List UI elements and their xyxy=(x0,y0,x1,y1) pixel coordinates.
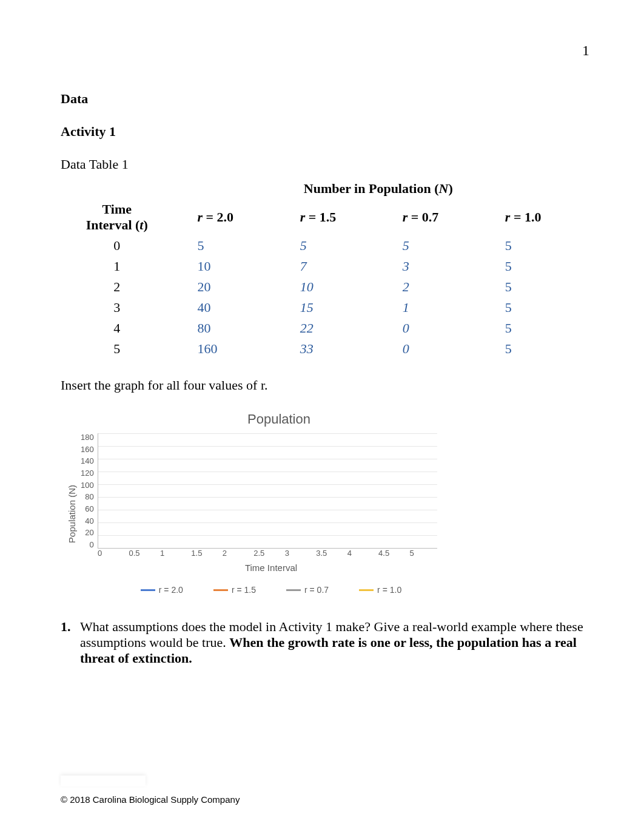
y-tick: 180 xyxy=(81,433,94,441)
cell-r15: 10 xyxy=(276,277,378,297)
cell-r07: 1 xyxy=(378,297,481,318)
heading-data: Data xyxy=(61,91,583,107)
legend-item: r = 0.7 xyxy=(286,585,329,595)
x-tick: 1.5 xyxy=(191,549,222,558)
y-tick: 120 xyxy=(81,469,94,477)
col-header-r10: r = 1.0 xyxy=(481,199,583,235)
chart-title: Population xyxy=(97,411,461,427)
chart: Population Population (N) 180 160 140 12… xyxy=(67,411,583,595)
cell-r15: 7 xyxy=(276,256,378,277)
time-header-l1: Time xyxy=(65,201,169,217)
x-tick: 2 xyxy=(223,549,253,558)
footer-copyright: © 2018 Carolina Biological Supply Compan… xyxy=(61,794,240,805)
x-tick: 2.5 xyxy=(253,549,284,558)
cell-r20: 10 xyxy=(173,256,276,277)
chart-legend: r = 2.0 r = 1.5 r = 0.7 r = 1.0 xyxy=(101,585,441,595)
cell-r10: 5 xyxy=(481,256,583,277)
question-number: 1. xyxy=(61,619,74,666)
x-tick: 3.5 xyxy=(316,549,347,558)
table-row: 5 160 33 0 5 xyxy=(61,339,583,359)
time-header: Time Interval (t) xyxy=(61,199,173,235)
cell-r20: 20 xyxy=(173,277,276,297)
page-number: 1 xyxy=(582,42,589,59)
cell-r20: 160 xyxy=(173,339,276,359)
question-body: What assumptions does the model in Activ… xyxy=(80,619,583,666)
cell-r15: 15 xyxy=(276,297,378,318)
data-table: Number in Population (N) Time Interval (… xyxy=(61,178,583,359)
y-tick: 60 xyxy=(81,505,94,513)
x-tick: 4.5 xyxy=(378,549,409,558)
y-tick: 100 xyxy=(81,481,94,489)
x-tick: 4 xyxy=(347,549,378,558)
cell-r10: 5 xyxy=(481,277,583,297)
table-row: 0 5 5 5 5 xyxy=(61,235,583,256)
cell-r20: 80 xyxy=(173,318,276,339)
cell-r07: 2 xyxy=(378,277,481,297)
chart-y-ticks: 180 160 140 120 100 80 60 40 20 0 xyxy=(81,433,98,549)
plot-box xyxy=(98,433,437,549)
cell-r10: 5 xyxy=(481,235,583,256)
x-tick: 3 xyxy=(285,549,316,558)
table-row: 2 20 10 2 5 xyxy=(61,277,583,297)
cell-time: 4 xyxy=(61,318,173,339)
cell-r15: 33 xyxy=(276,339,378,359)
cell-r10: 5 xyxy=(481,339,583,359)
table-super-header: Number in Population (N) xyxy=(173,178,583,199)
legend-swatch xyxy=(359,589,374,591)
y-tick: 160 xyxy=(81,445,94,453)
col-header-r15: r = 1.5 xyxy=(276,199,378,235)
x-tick: 1 xyxy=(160,549,191,558)
heading-activity: Activity 1 xyxy=(61,124,583,140)
chart-ylabel: Population (N) xyxy=(67,485,77,543)
cell-time: 2 xyxy=(61,277,173,297)
y-tick: 140 xyxy=(81,457,94,465)
time-header-l2: Interval (t) xyxy=(65,217,169,233)
table-row: 4 80 22 0 5 xyxy=(61,318,583,339)
cell-time: 3 xyxy=(61,297,173,318)
cell-r10: 5 xyxy=(481,297,583,318)
legend-item: r = 1.0 xyxy=(359,585,401,595)
legend-label: r = 0.7 xyxy=(304,585,329,595)
cell-time: 5 xyxy=(61,339,173,359)
cell-r20: 5 xyxy=(173,235,276,256)
y-tick: 20 xyxy=(81,529,94,536)
y-tick: 40 xyxy=(81,517,94,525)
instruction-text: Insert the graph for all four values of … xyxy=(61,377,583,393)
legend-label: r = 2.0 xyxy=(159,585,183,595)
super-header-text: Number in Population ( xyxy=(304,181,439,196)
table-row: 1 10 7 3 5 xyxy=(61,256,583,277)
cell-r10: 5 xyxy=(481,318,583,339)
cell-time: 0 xyxy=(61,235,173,256)
page: 1 Data Activity 1 Data Table 1 Number in… xyxy=(0,0,644,835)
super-header-var: N xyxy=(438,181,448,196)
cell-r07: 0 xyxy=(378,318,481,339)
x-tick: 5 xyxy=(410,549,441,558)
legend-label: r = 1.0 xyxy=(377,585,401,595)
legend-swatch xyxy=(141,589,155,591)
table-body: 0 5 5 5 5 1 10 7 3 5 2 20 10 2 5 3 xyxy=(61,235,583,359)
redaction-bar xyxy=(61,776,146,786)
chart-xlabel: Time Interval xyxy=(101,563,441,573)
x-tick: 0.5 xyxy=(129,549,159,558)
cell-time: 1 xyxy=(61,256,173,277)
legend-swatch xyxy=(213,589,228,591)
x-tick: 0 xyxy=(98,549,129,558)
cell-r07: 5 xyxy=(378,235,481,256)
cell-r15: 5 xyxy=(276,235,378,256)
cell-r20: 40 xyxy=(173,297,276,318)
col-header-r07: r = 0.7 xyxy=(378,199,481,235)
legend-item: r = 1.5 xyxy=(213,585,256,595)
y-tick: 80 xyxy=(81,493,94,501)
col-header-r20: r = 2.0 xyxy=(173,199,276,235)
cell-r07: 0 xyxy=(378,339,481,359)
y-tick: 0 xyxy=(81,541,94,549)
table-row: 3 40 15 1 5 xyxy=(61,297,583,318)
question-1: 1. What assumptions does the model in Ac… xyxy=(61,619,583,666)
legend-swatch xyxy=(286,589,301,591)
cell-r15: 22 xyxy=(276,318,378,339)
chart-x-ticks: 0 0.5 1 1.5 2 2.5 3 3.5 4 4.5 5 xyxy=(101,549,441,558)
legend-label: r = 1.5 xyxy=(232,585,256,595)
super-header-suffix: ) xyxy=(448,181,452,196)
legend-item: r = 2.0 xyxy=(141,585,183,595)
table-caption: Data Table 1 xyxy=(61,157,583,172)
